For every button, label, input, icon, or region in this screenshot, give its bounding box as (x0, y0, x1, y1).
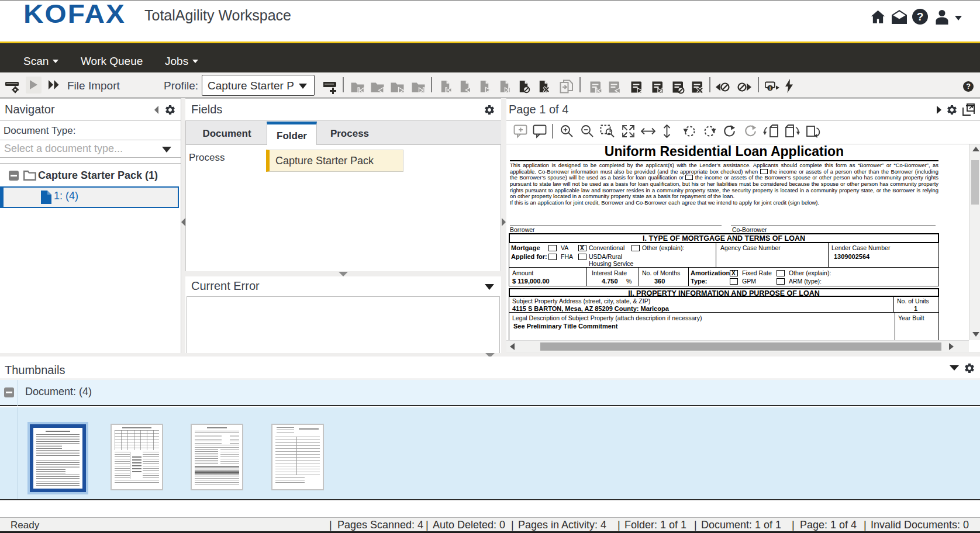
svg-text:!: ! (769, 85, 771, 91)
svg-text:?: ? (966, 82, 971, 91)
svg-text:?: ? (917, 11, 924, 23)
